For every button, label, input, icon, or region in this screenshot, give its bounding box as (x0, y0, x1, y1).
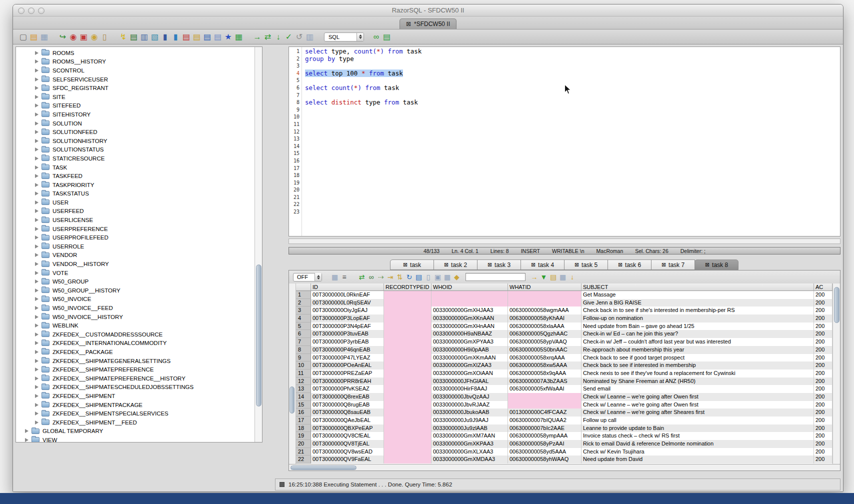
list-edit-icon[interactable]: ▤ (212, 32, 223, 42)
tree-item[interactable]: W50_GROUP__HISTORY (16, 286, 254, 295)
grid-green-icon[interactable]: ▤ (382, 32, 392, 42)
result-tab-task-6[interactable]: ⊠task 6 (608, 260, 652, 270)
tree-item[interactable]: W50_INVOICE__FEED (16, 304, 254, 312)
refresh-icon[interactable]: ⇄ (357, 272, 366, 282)
cell-whoid[interactable] (432, 291, 508, 299)
disclosure-triangle-icon[interactable] (35, 306, 38, 310)
cell-subject[interactable]: Need update from Bain – gave go ahead 1/… (582, 322, 814, 330)
cell-whatid[interactable]: 006300000058xlaAAA (508, 322, 582, 330)
disclosure-triangle-icon[interactable] (35, 68, 38, 72)
result-tab-task-4[interactable]: ⊠task 4 (520, 260, 564, 270)
row-number-cell[interactable]: 17 (296, 416, 311, 424)
cell-ac[interactable]: 200 (814, 401, 832, 409)
book-icon[interactable]: ▮ (160, 32, 170, 42)
cell-id[interactable]: 00T3000000L0RknEAF (311, 291, 384, 299)
tree-item[interactable]: USER (16, 198, 254, 207)
cell-ac[interactable]: 200 (814, 416, 832, 424)
cell-ac[interactable]: 200 (814, 440, 832, 448)
cell-recordtypeid[interactable] (384, 291, 432, 299)
cell-recordtypeid[interactable] (384, 306, 432, 314)
cell-id[interactable]: 00T3000000QV9FaEAL (311, 456, 384, 464)
cell-ac[interactable]: 200 (814, 338, 832, 346)
grid-hscrollbar[interactable] (289, 464, 840, 470)
cell-id[interactable]: 00T3000000OiyJgEAJ (311, 306, 384, 314)
tree-item[interactable]: ZKFEDEX__INTERNATIONALCOMMODITY (16, 339, 254, 348)
tree-item[interactable]: SFDC_REGISTRANT (16, 84, 254, 92)
disclosure-triangle-icon[interactable] (35, 315, 38, 319)
download-icon[interactable]: ↓ (568, 272, 577, 282)
tree-item[interactable]: USERLICENSE (16, 216, 254, 224)
tree-item[interactable]: USERPREFERENCE (16, 224, 254, 234)
tree-item[interactable]: ROOMS__HISTORY (16, 58, 254, 66)
result-tab-task-8[interactable]: ⊠task 8 (694, 260, 738, 270)
cell-whoid[interactable]: 0033000000H9i0pAAB (432, 346, 508, 354)
cell-subject[interactable]: Check nexis to see if they've found a re… (582, 370, 814, 378)
tree-item[interactable]: ROOMS (16, 48, 254, 58)
stepper-icon[interactable] (356, 33, 364, 41)
disclosure-triangle-icon[interactable] (35, 200, 38, 204)
db-new-icon[interactable]: ◉ (89, 32, 100, 42)
tree-item[interactable]: WEBLINK (16, 321, 254, 330)
disclosure-triangle-icon[interactable] (25, 438, 28, 442)
cell-ac[interactable]: 200 (814, 354, 832, 362)
cell-recordtypeid[interactable] (384, 448, 432, 456)
tree-item[interactable]: SOLUTIONSTATUS (16, 146, 254, 154)
disclosure-triangle-icon[interactable] (35, 244, 38, 248)
cell-whatid[interactable]: 00630000005QgzhAAC (508, 330, 582, 338)
cell-whoid[interactable]: 0033000000JbukoAAB (432, 408, 508, 416)
cell-recordtypeid[interactable] (384, 354, 432, 362)
cell-recordtypeid[interactable] (384, 322, 432, 330)
cell-subject[interactable]: Check w/ Leanne – we're going after Shea… (582, 408, 814, 416)
cell-whatid[interactable]: 006300000058xw5AAA (508, 362, 582, 370)
cell-ac[interactable]: 200 (814, 330, 832, 338)
grid-hscrollbar-thumb[interactable] (290, 466, 356, 470)
cell-recordtypeid[interactable] (384, 385, 432, 393)
new-file-icon[interactable]: ▢ (18, 32, 28, 42)
cell-id[interactable]: 00T3000000P3yrbEAB (311, 338, 384, 346)
connect-icon[interactable]: ◉ (68, 32, 78, 42)
disclosure-triangle-icon[interactable] (35, 60, 38, 64)
tree-item[interactable]: ZKFEDEX__SHIPMATEGENERALSETTINGS (16, 356, 254, 366)
list-red-icon[interactable]: ▤ (181, 32, 192, 42)
cell-subject[interactable]: Invoice status check – check w/ RS first (582, 432, 814, 440)
close-tab-icon[interactable]: ⊠ (618, 262, 622, 268)
disclosure-triangle-icon[interactable] (35, 183, 38, 187)
cell-id[interactable]: 00T3000000Q8rexEAB (311, 393, 384, 401)
disclosure-triangle-icon[interactable] (35, 139, 38, 143)
disclosure-triangle-icon[interactable] (35, 148, 38, 152)
disclosure-triangle-icon[interactable] (35, 385, 38, 389)
tree-item[interactable]: USERPROFILEFEED (16, 233, 254, 242)
minimize-window-icon[interactable] (28, 8, 34, 14)
cell-subject[interactable]: Check w/ Kevin Tsujihara (582, 448, 814, 456)
cell-whoid[interactable]: 0033000000HirF8AAJ (432, 385, 508, 393)
cell-whatid[interactable]: 00630000007A3bZAAS (508, 378, 582, 386)
cell-subject[interactable]: Check-in w/ Jeff – couldn't afford last … (582, 338, 814, 346)
tree-item[interactable]: USERFEED (16, 207, 254, 216)
row-number-cell[interactable]: 8 (296, 346, 311, 354)
edit-arrow-icon[interactable]: ⇢ (376, 272, 386, 282)
cell-ac[interactable]: 200 (814, 306, 832, 314)
close-tab-icon[interactable]: ⊠ (531, 262, 536, 268)
key-icon[interactable]: ◆ (452, 272, 462, 282)
cell-subject[interactable]: Need update from David (582, 456, 814, 464)
cell-ac[interactable]: 200 (814, 322, 832, 330)
cell-whatid[interactable] (508, 401, 582, 409)
swap-icon[interactable]: ⇄ (262, 32, 273, 42)
cell-ac[interactable]: 200 (814, 385, 832, 393)
cell-recordtypeid[interactable] (384, 346, 432, 354)
row-number-cell[interactable]: 4 (296, 314, 311, 322)
tree-item[interactable]: VOTE (16, 268, 254, 278)
quotes-icon[interactable]: ∞ (371, 32, 382, 42)
cell-whoid[interactable]: 0033000000GmXPYAA3 (432, 338, 508, 346)
tree-item[interactable]: ZKFEDEX__SHIPMATEPREFERENCE (16, 365, 254, 374)
disclosure-triangle-icon[interactable] (35, 104, 38, 108)
cell-ac[interactable]: 200 (814, 408, 832, 416)
doc-refresh-icon[interactable]: ▧ (150, 32, 160, 42)
sql-code-area[interactable]: select type, count(*) from taskgroup by … (302, 47, 840, 236)
cell-whoid[interactable]: 0033000000JFhGlAAL (432, 378, 508, 386)
tree-item[interactable]: W50_INVOICE (16, 295, 254, 304)
import-icon[interactable]: ↪ (58, 32, 68, 42)
cell-subject[interactable]: Check back to see if good target prospec… (582, 354, 814, 362)
cell-recordtypeid[interactable] (384, 408, 432, 416)
cell-ac[interactable]: 200 (814, 456, 832, 464)
